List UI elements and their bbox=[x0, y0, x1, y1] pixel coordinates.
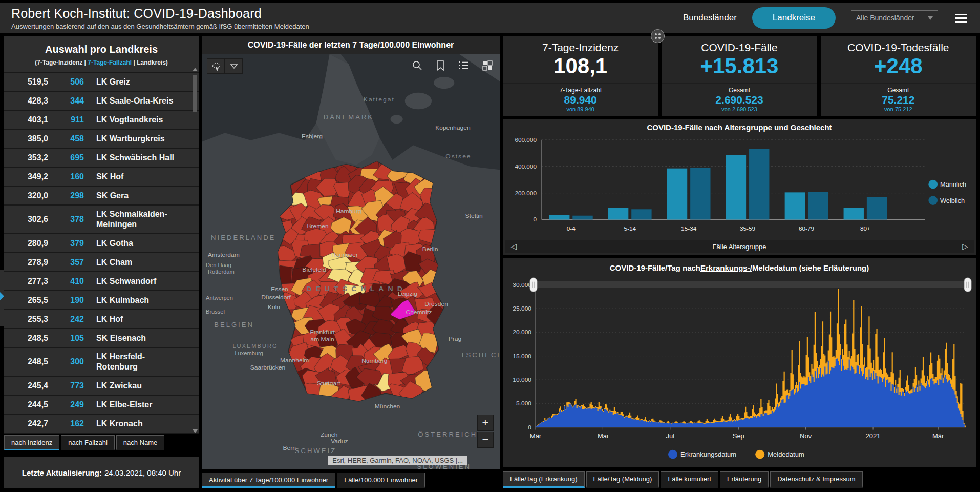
basemap-icon[interactable] bbox=[482, 60, 493, 71]
map-canvas[interactable]: KattegatOstseeDÄNEMARKNIEDERLANDEBELGIEN… bbox=[202, 54, 500, 469]
svg-text:TSCHECHIEN: TSCHECHIEN bbox=[460, 352, 500, 359]
card-title: 7-Tage-Inzidenz bbox=[542, 42, 619, 54]
row-inzidenz: 385,0 bbox=[16, 134, 48, 144]
svg-text:0: 0 bbox=[528, 424, 531, 431]
row-fallzahl: 105 bbox=[59, 334, 84, 343]
bottom-tab-fälle-kumuliert[interactable]: Fälle kumuliert bbox=[661, 471, 718, 488]
row-fallzahl: 242 bbox=[59, 315, 84, 324]
row-inzidenz: 349,2 bbox=[16, 172, 48, 181]
scroll-up-icon[interactable] bbox=[193, 68, 198, 71]
row-fallzahl: 911 bbox=[59, 115, 84, 125]
zoom-in-button[interactable]: + bbox=[477, 415, 494, 431]
svg-text:Mannheim: Mannheim bbox=[280, 357, 309, 363]
drag-handle-icon[interactable] bbox=[651, 29, 665, 43]
svg-text:ÖSTERREICH: ÖSTERREICH bbox=[418, 430, 477, 438]
row-fallzahl: 506 bbox=[59, 77, 84, 87]
tool-dropdown[interactable] bbox=[225, 58, 243, 74]
bottom-tab-erläuterung[interactable]: Erläuterung bbox=[720, 471, 769, 488]
list-scrollbar[interactable] bbox=[192, 68, 198, 433]
row-name: LK Vogtlandkreis bbox=[96, 115, 185, 125]
landkreis-row[interactable]: 385,0458LK Wartburgkreis bbox=[4, 129, 199, 148]
page-title: Robert Koch-Institut: COVID-19-Dashboard bbox=[11, 6, 683, 21]
tab-nach-fallzahl[interactable]: nach Fallzahl bbox=[61, 435, 115, 450]
scroll-down-icon[interactable] bbox=[193, 429, 198, 433]
menu-icon[interactable] bbox=[953, 12, 969, 25]
row-inzidenz: 277,3 bbox=[16, 277, 48, 286]
svg-text:2021: 2021 bbox=[866, 432, 881, 440]
landkreis-row[interactable]: 248,5105SK Eisenach bbox=[4, 328, 199, 347]
bundesland-select[interactable]: Alle Bundesländer bbox=[851, 10, 938, 26]
svg-text:Düsseldorf: Düsseldorf bbox=[261, 294, 291, 301]
zoom-out-button[interactable]: − bbox=[477, 432, 494, 448]
svg-text:Kopenhagen: Kopenhagen bbox=[435, 124, 470, 131]
landkreis-row[interactable]: 302,6378LK Schmalkalden-Meiningen bbox=[4, 204, 199, 233]
row-fallzahl: 773 bbox=[59, 381, 84, 391]
pager-right-icon[interactable]: ▷ bbox=[956, 242, 974, 251]
landkreis-row[interactable]: 242,7162LK Kronach bbox=[4, 414, 199, 433]
svg-text:Leipzig: Leipzig bbox=[398, 290, 417, 297]
card-sub-label: Gesamt bbox=[662, 87, 817, 94]
svg-text:Erkrankungsdatum: Erkrankungsdatum bbox=[680, 451, 736, 459]
tab-nach-inzidenz[interactable]: nach Inzidenz bbox=[4, 435, 59, 450]
svg-text:DEUTSCHLAND: DEUTSCHLAND bbox=[306, 285, 407, 293]
landkreis-row[interactable]: 277,3410LK Schwandorf bbox=[4, 271, 199, 290]
svg-text:Köln: Köln bbox=[268, 303, 280, 310]
timeseries-panel: COVID-19-Fälle/Tag nach Erkrankungs-/Mel… bbox=[503, 258, 976, 467]
row-inzidenz: 428,3 bbox=[16, 96, 48, 106]
landkreis-row[interactable]: 349,2160SK Hof bbox=[4, 167, 199, 186]
pager-left-icon[interactable]: ◁ bbox=[505, 242, 522, 251]
landkreis-row[interactable]: 265,5190LK Kulmbach bbox=[4, 290, 199, 309]
lasso-icon bbox=[211, 61, 221, 71]
map-tab-fälle-100-000-einwohner[interactable]: Fälle/100.000 Einwohner bbox=[337, 473, 425, 488]
landkreis-row[interactable]: 244,5249LK Elbe-Elster bbox=[4, 395, 199, 414]
row-inzidenz: 320,0 bbox=[16, 191, 48, 200]
landkreis-row[interactable]: 519,5506LK Greiz bbox=[4, 72, 199, 91]
landkreis-row[interactable]: 248,5300LK Hersfeld-Rotenburg bbox=[4, 347, 199, 376]
pager-label: Fälle Altersgruppe bbox=[522, 243, 956, 251]
svg-text:Mär: Mär bbox=[932, 432, 944, 440]
row-name: LK Gotha bbox=[96, 238, 185, 249]
chevron-down-icon bbox=[928, 16, 933, 20]
card-sub-von: von 75.212 bbox=[821, 106, 976, 112]
map-tab-aktivität-über-7-tage-100-000-einwohner[interactable]: Aktivität über 7 Tage/100.000 Einwohner bbox=[202, 473, 335, 488]
landkreis-row[interactable]: 428,3344LK Saale-Orla-Kreis bbox=[4, 91, 199, 110]
age-gender-bar-chart[interactable]: 0200.000400.000600.0000-45-1415-3435-596… bbox=[503, 136, 976, 240]
map-tabs: Aktivität über 7 Tage/100.000 EinwohnerF… bbox=[202, 473, 500, 488]
card-sub-label: 7-Tage-Fallzahl bbox=[503, 87, 658, 94]
landkreis-row[interactable]: 241,7102SK Amberg bbox=[4, 433, 199, 434]
svg-text:Ostsee: Ostsee bbox=[445, 153, 471, 159]
landkreis-row[interactable]: 403,1911LK Vogtlandkreis bbox=[4, 110, 199, 129]
nav-landkreise-button[interactable]: Landkreise bbox=[752, 7, 836, 29]
search-icon[interactable] bbox=[412, 60, 422, 71]
landkreis-row[interactable]: 278,9357LK Cham bbox=[4, 252, 199, 271]
scrollbar-thumb[interactable] bbox=[193, 75, 197, 112]
svg-text:Dresden: Dresden bbox=[424, 300, 448, 307]
svg-text:Stuttgart: Stuttgart bbox=[317, 380, 340, 386]
bottom-tab-datenschutz-impressum[interactable]: Datenschutz & Impressum bbox=[770, 471, 862, 488]
bookmark-icon[interactable] bbox=[436, 60, 444, 71]
row-name: LK Schwäbisch Hall bbox=[96, 153, 185, 163]
landkreis-row[interactable]: 255,3242LK Hof bbox=[4, 309, 199, 328]
row-name: LK Elbe-Elster bbox=[96, 400, 185, 410]
bottom-tab-fälle-tag-meldung-[interactable]: Fälle/Tag (Meldung) bbox=[586, 471, 659, 488]
nav-bundeslaender[interactable]: Bundesländer bbox=[683, 13, 737, 23]
expand-panel-arrow-icon[interactable] bbox=[0, 292, 4, 300]
row-inzidenz: 244,5 bbox=[16, 400, 48, 409]
legend-list-icon[interactable] bbox=[458, 61, 468, 70]
row-inzidenz: 248,5 bbox=[16, 334, 48, 343]
landkreis-row[interactable]: 280,9379LK Gotha bbox=[4, 233, 199, 252]
lasso-select-tool[interactable] bbox=[207, 58, 225, 74]
landkreis-row[interactable]: 320,0298SK Gera bbox=[4, 186, 199, 204]
row-fallzahl: 249 bbox=[59, 400, 84, 409]
tab-nach-name[interactable]: nach Name bbox=[116, 435, 164, 450]
landkreis-row[interactable]: 245,4773LK Zwickau bbox=[4, 376, 199, 395]
row-name: LK Hof bbox=[96, 314, 185, 324]
cases-per-day-chart[interactable]: 05.00010.00015.00020.00025.00030.000MärM… bbox=[503, 277, 976, 467]
landkreis-row[interactable]: 353,2695LK Schwäbisch Hall bbox=[4, 148, 199, 167]
bottom-tab-fälle-tag-erkrankung-[interactable]: Fälle/Tag (Erkrankung) bbox=[503, 471, 585, 488]
row-name: LK Zwickau bbox=[96, 381, 185, 391]
germany-choropleth-map[interactable]: KattegatOstseeDÄNEMARKNIEDERLANDEBELGIEN… bbox=[202, 54, 500, 469]
row-name: SK Hof bbox=[96, 172, 185, 182]
svg-text:Kattegat: Kattegat bbox=[364, 96, 395, 102]
row-name: LK Greiz bbox=[96, 77, 185, 87]
